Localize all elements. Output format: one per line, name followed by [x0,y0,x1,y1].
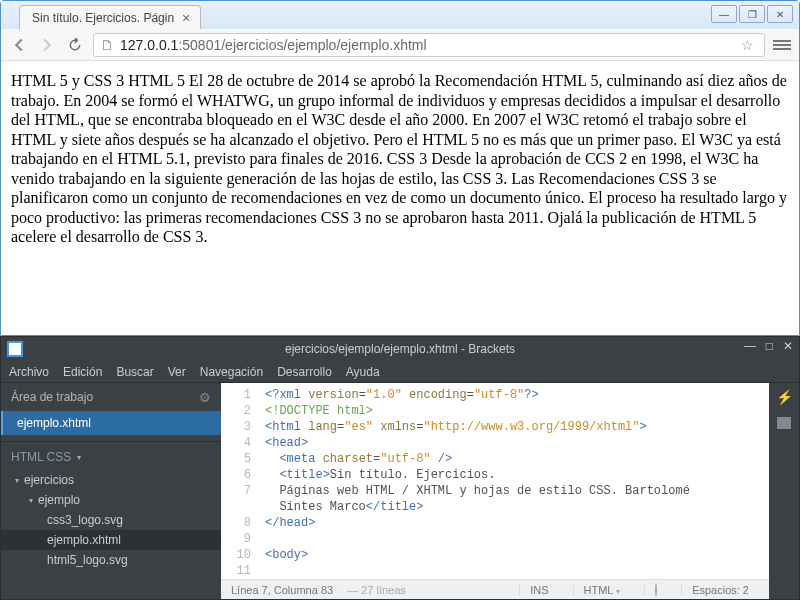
file-icon: 🗋 [100,37,114,53]
tree-folder-ejemplo[interactable]: ▾ejemplo [1,490,221,510]
menu-edicion[interactable]: Edición [63,365,102,379]
brackets-menubar: Archivo Edición Buscar Ver Navegación De… [1,361,799,383]
tree-file-ejemplo-xhtml[interactable]: ejemplo.xhtml [1,530,221,550]
minimize-button[interactable]: — [744,339,756,353]
close-button[interactable]: ✕ [767,5,793,23]
chevron-down-icon: ▾ [29,496,33,505]
status-ins[interactable]: INS [519,584,558,596]
url-host: 127.0.0.1 [120,37,178,53]
url-path: /ejercicios/ejemplo/ejemplo.xhtml [221,37,426,53]
tree-folder-ejercicios[interactable]: ▾ejercicios [1,470,221,490]
menu-ayuda[interactable]: Ayuda [346,365,380,379]
line-gutter: 123456789101112 [221,383,259,579]
status-lint[interactable] [644,584,667,596]
chrome-browser-window: Sin título. Ejercicios. Págin × — ❐ ✕ 🗋 … [0,0,800,336]
page-viewport: HTML 5 y CSS 3 HTML 5 El 28 de octubre d… [1,61,799,335]
sidebar-workarea-header: Área de trabajo ⚙ [1,383,221,411]
live-preview-icon[interactable]: ⚡ [776,389,793,405]
editor-main: 123456789101112 <?xml version="1.0" enco… [221,383,769,599]
back-button[interactable] [9,35,29,55]
browser-tab[interactable]: Sin título. Ejercicios. Págin × [19,5,201,29]
status-cursor[interactable]: Línea 7, Columna 83 [231,584,333,596]
brackets-title: ejercicios/ejemplo/ejemplo.xhtml - Brack… [1,342,799,356]
reload-button[interactable] [65,35,85,55]
menu-buscar[interactable]: Buscar [116,365,153,379]
close-tab-icon[interactable]: × [182,10,190,26]
right-toolbar: ⚡ [769,383,799,599]
minimize-button[interactable]: — [711,5,737,23]
brackets-window-controls: — □ ✕ [744,339,793,353]
chevron-down-icon: ▾ [616,587,620,596]
page-text: HTML 5 y CSS 3 HTML 5 El 28 de octubre d… [11,71,789,247]
menu-archivo[interactable]: Archivo [9,365,49,379]
brackets-body: Área de trabajo ⚙ ejemplo.xhtml HTML CSS… [1,383,799,599]
chrome-menu-icon[interactable] [773,40,791,50]
circle-icon [655,583,657,597]
window-controls: — ❐ ✕ [711,5,793,23]
file-tree: ▾ejercicios ▾ejemplo css3_logo.svg ejemp… [1,468,221,572]
forward-button[interactable] [37,35,57,55]
chrome-titlebar: Sin título. Ejercicios. Págin × — ❐ ✕ [1,1,799,29]
chevron-down-icon: ▾ [15,476,19,485]
status-total-lines: — 27 líneas [347,584,406,596]
chevron-down-icon: ▾ [77,453,81,462]
brackets-editor-window: ejercicios/ejemplo/ejemplo.xhtml - Brack… [0,336,800,600]
status-spaces[interactable]: Espacios: 2 [681,584,759,596]
close-button[interactable]: ✕ [783,339,793,353]
sidebar: Área de trabajo ⚙ ejemplo.xhtml HTML CSS… [1,383,221,599]
project-dropdown[interactable]: HTML CSS ▾ [1,441,221,468]
gear-icon[interactable]: ⚙ [199,390,211,405]
bookmark-star-icon[interactable]: ☆ [741,37,754,53]
code-content[interactable]: <?xml version="1.0" encoding="utf-8"?> <… [259,383,769,579]
tree-file-html5-logo[interactable]: html5_logo.svg [1,550,221,570]
menu-navegacion[interactable]: Navegación [200,365,263,379]
project-label: HTML CSS [11,450,71,464]
status-lang[interactable]: HTML ▾ [573,584,631,596]
open-file-item[interactable]: ejemplo.xhtml [1,411,221,435]
menu-ver[interactable]: Ver [168,365,186,379]
code-editor[interactable]: 123456789101112 <?xml version="1.0" enco… [221,383,769,579]
status-bar: Línea 7, Columna 83 — 27 líneas INS HTML… [221,579,769,599]
extension-manager-icon[interactable] [777,417,791,429]
address-bar[interactable]: 🗋 127.0.0.1:50801/ejercicios/ejemplo/eje… [93,33,765,57]
workarea-label: Área de trabajo [11,390,93,404]
tab-title: Sin título. Ejercicios. Págin [32,11,174,25]
url-port: :50801 [178,37,221,53]
maximize-button[interactable]: ❐ [739,5,765,23]
menu-desarrollo[interactable]: Desarrollo [277,365,332,379]
brackets-titlebar: ejercicios/ejemplo/ejemplo.xhtml - Brack… [1,337,799,361]
tree-file-css3-logo[interactable]: css3_logo.svg [1,510,221,530]
brackets-app-icon [7,341,23,357]
maximize-button[interactable]: □ [766,339,773,353]
chrome-toolbar: 🗋 127.0.0.1:50801/ejercicios/ejemplo/eje… [1,29,799,61]
